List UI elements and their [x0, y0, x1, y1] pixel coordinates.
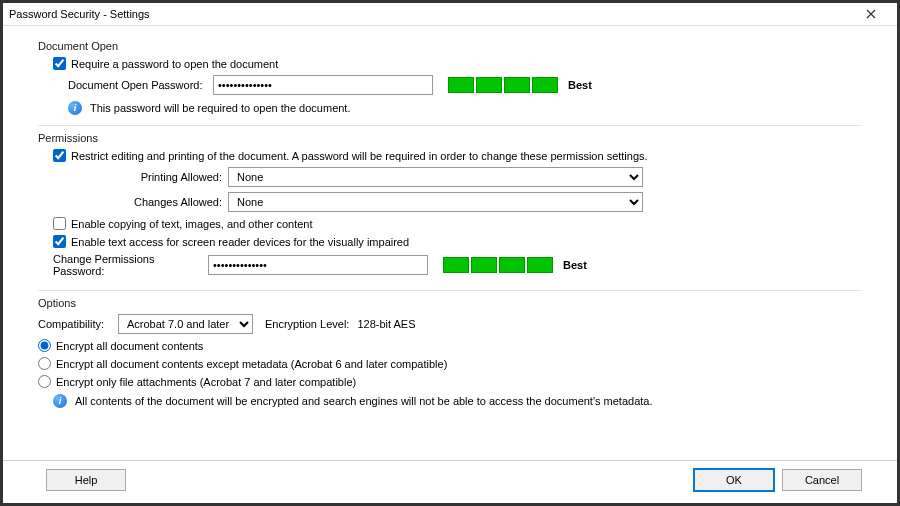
require-password-checkbox-label[interactable]: Require a password to open the document [53, 57, 278, 70]
restrict-editing-checkbox-label[interactable]: Restrict editing and printing of the doc… [53, 149, 648, 162]
restrict-editing-text: Restrict editing and printing of the doc… [71, 150, 648, 162]
cancel-button[interactable]: Cancel [782, 469, 862, 491]
strength-cell [499, 257, 525, 273]
document-open-group: Require a password to open the document … [38, 57, 862, 126]
help-button[interactable]: Help [46, 469, 126, 491]
encryption-level-value: 128-bit AES [357, 318, 415, 330]
options-group-label: Options [38, 297, 862, 309]
change-permissions-password-input[interactable] [208, 255, 428, 275]
options-group: Compatibility: Acrobat 7.0 and later Enc… [38, 314, 862, 418]
strength-cell [443, 257, 469, 273]
encrypt-all-radio[interactable] [38, 339, 51, 352]
encrypt-except-metadata-radio[interactable] [38, 357, 51, 370]
compatibility-label: Compatibility: [38, 318, 118, 330]
require-password-checkbox[interactable] [53, 57, 66, 70]
strength-cell [532, 77, 558, 93]
strength-cell [504, 77, 530, 93]
changes-allowed-label: Changes Allowed: [133, 196, 228, 208]
enable-copy-checkbox[interactable] [53, 217, 66, 230]
changes-allowed-select[interactable]: None [228, 192, 643, 212]
change-permissions-password-label: Change Permissions Password: [53, 253, 208, 277]
permissions-group-label: Permissions [38, 132, 862, 144]
encrypt-except-metadata-text: Encrypt all document contents except met… [56, 358, 447, 370]
info-icon: i [68, 101, 82, 115]
doc-open-password-label: Document Open Password: [68, 79, 213, 91]
doc-open-password-input[interactable] [213, 75, 433, 95]
close-icon [866, 9, 876, 19]
restrict-editing-checkbox[interactable] [53, 149, 66, 162]
strength-cell [527, 257, 553, 273]
enable-accessibility-checkbox[interactable] [53, 235, 66, 248]
printing-allowed-select[interactable]: None [228, 167, 643, 187]
encrypt-all-text: Encrypt all document contents [56, 340, 203, 352]
encrypt-except-metadata-radio-label[interactable]: Encrypt all document contents except met… [38, 357, 447, 370]
document-open-group-label: Document Open [38, 40, 862, 52]
doc-open-info-text: This password will be required to open t… [90, 102, 350, 114]
encryption-level-label: Encryption Level: [265, 318, 349, 330]
permissions-strength-label: Best [563, 259, 587, 271]
dialog-footer: Help OK Cancel [3, 460, 897, 503]
options-info-text: All contents of the document will be enc… [75, 395, 653, 407]
window-title: Password Security - Settings [9, 8, 851, 20]
enable-copy-text: Enable copying of text, images, and othe… [71, 218, 313, 230]
dialog-content: Document Open Require a password to open… [3, 26, 897, 460]
enable-copy-checkbox-label[interactable]: Enable copying of text, images, and othe… [53, 217, 313, 230]
require-password-text: Require a password to open the document [71, 58, 278, 70]
enable-accessibility-text: Enable text access for screen reader dev… [71, 236, 409, 248]
doc-open-strength-label: Best [568, 79, 592, 91]
info-icon: i [53, 394, 67, 408]
password-security-dialog: Password Security - Settings Document Op… [0, 0, 900, 506]
permissions-group: Restrict editing and printing of the doc… [38, 149, 862, 291]
enable-accessibility-checkbox-label[interactable]: Enable text access for screen reader dev… [53, 235, 409, 248]
compatibility-select[interactable]: Acrobat 7.0 and later [118, 314, 253, 334]
close-button[interactable] [851, 4, 891, 24]
doc-open-strength-meter [448, 77, 558, 93]
strength-cell [476, 77, 502, 93]
encrypt-attachments-radio[interactable] [38, 375, 51, 388]
permissions-strength-meter [443, 257, 553, 273]
encrypt-attachments-radio-label[interactable]: Encrypt only file attachments (Acrobat 7… [38, 375, 356, 388]
encrypt-attachments-text: Encrypt only file attachments (Acrobat 7… [56, 376, 356, 388]
strength-cell [448, 77, 474, 93]
titlebar: Password Security - Settings [3, 3, 897, 26]
encrypt-all-radio-label[interactable]: Encrypt all document contents [38, 339, 203, 352]
strength-cell [471, 257, 497, 273]
printing-allowed-label: Printing Allowed: [133, 171, 228, 183]
ok-button[interactable]: OK [694, 469, 774, 491]
